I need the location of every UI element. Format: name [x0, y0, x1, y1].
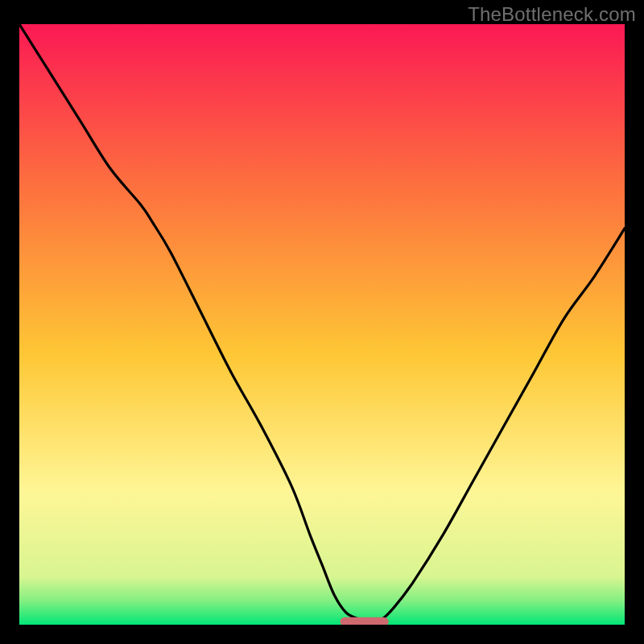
chart-frame: TheBottleneck.com — [0, 0, 644, 644]
bottleneck-plot — [19, 24, 625, 625]
gradient-background — [19, 24, 625, 625]
plot-svg — [19, 24, 625, 625]
optimum-marker — [341, 617, 389, 625]
attribution-text: TheBottleneck.com — [468, 3, 636, 26]
